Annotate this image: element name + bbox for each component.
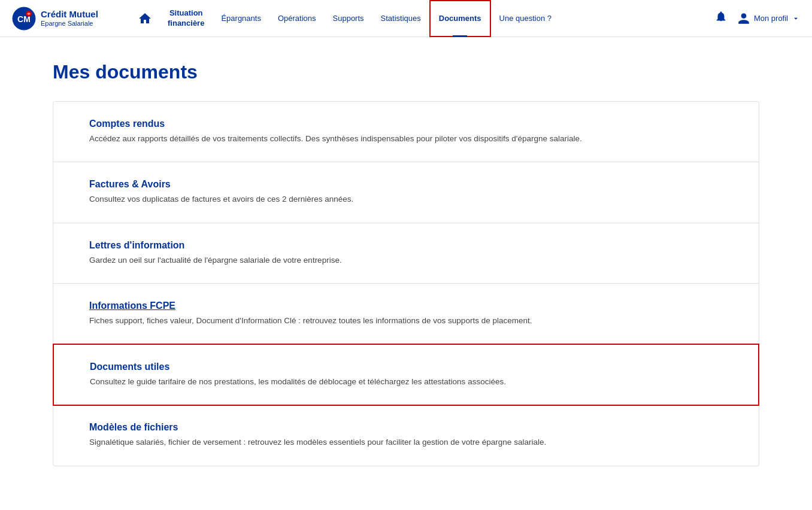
document-title-comptes-rendus: Comptes rendus	[89, 119, 723, 129]
document-title-lettres-information: Lettres d'information	[89, 240, 723, 251]
document-item-documents-utiles[interactable]: Documents utilesConsultez le guide tarif…	[53, 344, 759, 406]
document-list: Comptes rendusAccédez aux rapports détai…	[53, 101, 759, 466]
nav-item-epargnants[interactable]: Épargnants	[213, 0, 269, 37]
home-icon	[138, 11, 152, 26]
document-item-factures-avoirs[interactable]: Factures & AvoirsConsultez vos duplicata…	[53, 162, 759, 223]
header: CM Crédit Mutuel Epargne Salariale Situa…	[0, 0, 812, 37]
document-title-modeles-fichiers: Modèles de fichiers	[89, 422, 723, 433]
logo-text: Crédit Mutuel Epargne Salariale	[41, 9, 98, 28]
logo-icon: CM	[12, 7, 36, 31]
notification-icon[interactable]	[714, 10, 728, 26]
nav-item-une-question[interactable]: Une question ?	[491, 0, 560, 37]
document-title-informations-fcpe: Informations FCPE	[89, 300, 723, 311]
header-right: Mon profil	[714, 10, 800, 26]
nav-item-documents[interactable]: Documents	[429, 0, 491, 37]
document-desc-documents-utiles: Consultez le guide tarifaire de nos pres…	[90, 376, 722, 388]
nav-item-statistiques[interactable]: Statistiques	[372, 0, 429, 37]
main-content: Mes documents Comptes rendusAccédez aux …	[17, 37, 795, 490]
page-title: Mes documents	[53, 61, 759, 83]
document-desc-comptes-rendus: Accédez aux rapports détaillés de vos tr…	[89, 133, 723, 145]
profil-label: Mon profil	[754, 14, 788, 23]
document-title-factures-avoirs: Factures & Avoirs	[89, 179, 723, 190]
document-desc-informations-fcpe: Fiches support, fiches valeur, Document …	[89, 315, 723, 327]
nav-item-supports[interactable]: Supports	[325, 0, 372, 37]
nav-item-operations[interactable]: Opérations	[269, 0, 325, 37]
user-icon	[737, 12, 750, 25]
home-button[interactable]	[132, 5, 158, 32]
document-desc-lettres-information: Gardez un oeil sur l'actualité de l'épar…	[89, 254, 723, 266]
chevron-down-icon	[792, 14, 800, 23]
nav-item-situation[interactable]: Situation financière	[163, 8, 209, 29]
profil-button[interactable]: Mon profil	[737, 12, 800, 25]
document-title-documents-utiles: Documents utiles	[90, 362, 722, 372]
document-item-modeles-fichiers[interactable]: Modèles de fichiersSignalétique salariés…	[53, 405, 759, 465]
logo[interactable]: CM Crédit Mutuel Epargne Salariale	[12, 7, 114, 31]
document-item-comptes-rendus[interactable]: Comptes rendusAccédez aux rapports détai…	[53, 102, 759, 162]
document-desc-factures-avoirs: Consultez vos duplicatas de factures et …	[89, 193, 723, 205]
document-item-informations-fcpe[interactable]: Informations FCPEFiches support, fiches …	[53, 284, 759, 344]
main-nav: Épargnants Opérations Supports Statistiq…	[213, 0, 560, 37]
document-desc-modeles-fichiers: Signalétique salariés, fichier de versem…	[89, 436, 723, 448]
document-item-lettres-information[interactable]: Lettres d'informationGardez un oeil sur …	[53, 223, 759, 284]
